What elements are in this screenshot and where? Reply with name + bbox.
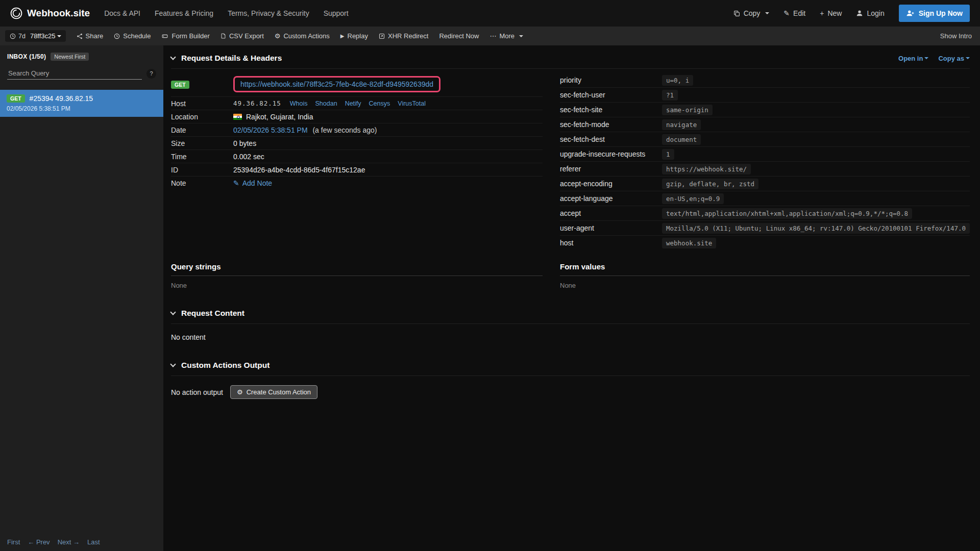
query-strings-title: Query strings bbox=[171, 262, 543, 276]
host-ip: 49.36.82.15 bbox=[233, 99, 281, 107]
request-url-link[interactable]: https://webhook.site/78ff3c25-7feb-4c8e-… bbox=[240, 80, 433, 88]
create-custom-action-button[interactable]: ⚙ Create Custom Action bbox=[230, 385, 317, 399]
caret-down-icon bbox=[924, 57, 928, 59]
header-key: accept-encoding bbox=[560, 180, 662, 188]
nav-link-terms-privacy-security[interactable]: Terms, Privacy & Security bbox=[228, 9, 309, 17]
date-link[interactable]: 02/05/2026 5:38:51 PM bbox=[233, 126, 308, 134]
header-value: webhook.site bbox=[662, 238, 716, 248]
form-builder-label: Form Builder bbox=[172, 32, 209, 40]
location-value-cell: Rajkot, Gujarat, India bbox=[233, 113, 543, 121]
webhook-logo-icon bbox=[10, 7, 22, 19]
action-toolbar: 7d 78ff3c25 Share Schedule Form Buil bbox=[0, 27, 980, 45]
request-content-section: Request Content No content bbox=[171, 309, 970, 341]
header-row: host webhook.site bbox=[560, 236, 970, 250]
request-content-title[interactable]: Request Content bbox=[171, 309, 244, 318]
header-row: referer https://webhook.site/ bbox=[560, 162, 970, 177]
copy-menu[interactable]: Copy bbox=[733, 9, 770, 17]
custom-actions-button[interactable]: ⚙ Custom Actions bbox=[275, 32, 330, 40]
add-note-link[interactable]: ✎ Add Note bbox=[233, 179, 543, 187]
main-layout: INBOX (1/50) Newest First ? GET #25394 4… bbox=[0, 45, 980, 551]
virustotal-link[interactable]: VirusTotal bbox=[398, 100, 426, 107]
nav-link-docs-api[interactable]: Docs & API bbox=[104, 9, 140, 17]
share-label: Share bbox=[86, 32, 104, 40]
token-label: 78ff3c25 bbox=[30, 32, 56, 40]
replay-button[interactable]: ▶ Replay bbox=[340, 32, 368, 40]
sidebar-header: INBOX (1/50) Newest First bbox=[0, 53, 163, 61]
retention-label: 7d bbox=[18, 33, 26, 40]
nav-right-group: Copy ✎ Edit + New Login Sign Up Now bbox=[733, 5, 970, 22]
more-menu[interactable]: ⋯ More bbox=[489, 32, 523, 40]
login-label: Login bbox=[867, 9, 884, 17]
id-row: ID 25394d26-a4be-4cdd-86d5-4f67f15c12ae bbox=[171, 163, 543, 177]
caret-down-icon bbox=[57, 35, 61, 37]
id-value: 25394d26-a4be-4cdd-86d5-4f67f15c12ae bbox=[233, 166, 543, 174]
copy-as-menu[interactable]: Copy as bbox=[938, 55, 970, 62]
show-intro-link[interactable]: Show Intro bbox=[940, 32, 972, 40]
brand-link[interactable]: Webhook.site bbox=[10, 7, 90, 19]
request-item-title: #25394 49.36.82.15 bbox=[30, 94, 93, 103]
search-row: ? bbox=[0, 67, 163, 80]
edit-label: Edit bbox=[793, 9, 805, 17]
clock-icon bbox=[114, 33, 120, 39]
form-values-section: Form values None bbox=[560, 262, 970, 289]
pagination-first[interactable]: First bbox=[7, 538, 20, 546]
header-row: sec-fetch-user ?1 bbox=[560, 88, 970, 103]
custom-actions-empty: No action output bbox=[171, 388, 223, 396]
header-key: sec-fetch-site bbox=[560, 106, 662, 114]
csv-export-button[interactable]: CSV Export bbox=[220, 32, 264, 40]
location-row: Location Rajkot, Gujarat, India bbox=[171, 110, 543, 123]
header-key: accept-language bbox=[560, 194, 662, 203]
external-redirect-icon bbox=[379, 33, 385, 39]
edit-button[interactable]: ✎ Edit bbox=[783, 9, 805, 17]
censys-link[interactable]: Censys bbox=[369, 100, 390, 107]
signup-button[interactable]: Sign Up Now bbox=[899, 5, 970, 22]
help-icon[interactable]: ? bbox=[146, 69, 156, 79]
share-button[interactable]: Share bbox=[77, 32, 104, 40]
create-custom-action-label: Create Custom Action bbox=[247, 388, 311, 396]
size-row: Size 0 bytes bbox=[171, 137, 543, 150]
pagination-last[interactable]: Last bbox=[87, 538, 100, 546]
more-label: More bbox=[499, 32, 514, 40]
form-values-title: Form values bbox=[560, 262, 970, 276]
xhr-redirect-button[interactable]: XHR Redirect bbox=[379, 32, 428, 40]
open-in-label: Open in bbox=[898, 55, 923, 62]
shodan-link[interactable]: Shodan bbox=[315, 100, 337, 107]
date-relative: (a few seconds ago) bbox=[312, 126, 377, 134]
search-input[interactable] bbox=[7, 67, 142, 80]
header-value: en-US,en;q=0.9 bbox=[662, 193, 724, 204]
header-row: sec-fetch-mode navigate bbox=[560, 117, 970, 132]
new-button[interactable]: + New bbox=[820, 9, 842, 17]
whois-link[interactable]: Whois bbox=[290, 100, 308, 107]
custom-actions-output-section: Custom Actions Output No action output ⚙… bbox=[171, 361, 970, 399]
toolbar-left-group: 7d 78ff3c25 Share Schedule Form Buil bbox=[5, 30, 523, 42]
nav-link-support[interactable]: Support bbox=[324, 9, 349, 17]
request-content-title-text: Request Content bbox=[181, 309, 244, 318]
redirect-now-button[interactable]: Redirect Now bbox=[439, 32, 479, 40]
schedule-button[interactable]: Schedule bbox=[114, 32, 151, 40]
open-in-menu[interactable]: Open in bbox=[898, 55, 928, 62]
note-value-cell: ✎ Add Note bbox=[233, 179, 543, 187]
request-content-section-header: Request Content bbox=[171, 309, 970, 324]
query-strings-empty: None bbox=[171, 282, 543, 289]
host-row: Host 49.36.82.15 Whois Shodan Netify Cen… bbox=[171, 97, 543, 110]
chevron-down-icon bbox=[170, 309, 176, 315]
header-key: priority bbox=[560, 76, 662, 84]
custom-actions-body: No action output ⚙ Create Custom Action bbox=[171, 385, 970, 399]
note-row: Note ✎ Add Note bbox=[171, 177, 543, 189]
url-highlight-box: https://webhook.site/78ff3c25-7feb-4c8e-… bbox=[233, 76, 440, 92]
inbox-label: INBOX (1/50) bbox=[7, 53, 46, 60]
form-builder-button[interactable]: Form Builder bbox=[161, 32, 209, 40]
nav-link-features-pricing[interactable]: Features & Pricing bbox=[155, 9, 213, 17]
pencil-icon: ✎ bbox=[233, 180, 239, 187]
login-button[interactable]: Login bbox=[856, 9, 884, 17]
custom-actions-title[interactable]: Custom Actions Output bbox=[171, 361, 270, 370]
request-details-title[interactable]: Request Details & Headers bbox=[171, 54, 282, 63]
pagination-next[interactable]: Next → bbox=[58, 538, 80, 546]
netify-link[interactable]: Netify bbox=[345, 100, 361, 107]
token-dropdown[interactable]: 78ff3c25 bbox=[30, 32, 61, 40]
header-row: sec-fetch-site same-origin bbox=[560, 103, 970, 117]
pagination-prev[interactable]: ← Prev bbox=[28, 538, 50, 546]
gear-icon: ⚙ bbox=[275, 33, 281, 39]
sort-order-badge[interactable]: Newest First bbox=[51, 53, 89, 61]
request-list-item[interactable]: GET #25394 49.36.82.15 02/05/2026 5:38:5… bbox=[0, 90, 163, 117]
